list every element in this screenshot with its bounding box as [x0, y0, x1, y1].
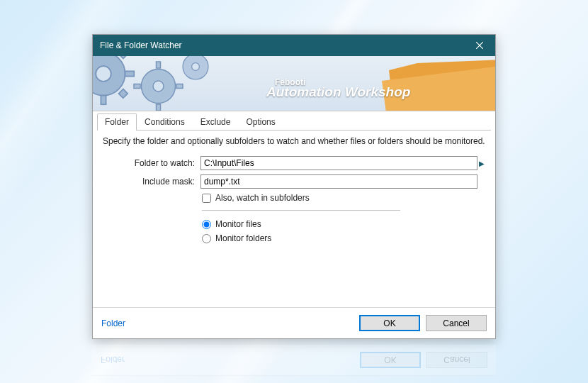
help-link[interactable]: Folder [101, 318, 125, 328]
row-monitor-folders: Monitor folders [202, 233, 485, 243]
tab-exclude[interactable]: Exclude [193, 113, 239, 131]
tab-options[interactable]: Options [238, 113, 283, 131]
separator [202, 210, 400, 211]
monitor-files-radio[interactable] [202, 220, 211, 229]
browse-button[interactable]: ▶ [478, 156, 485, 170]
banner: Febooti Automation Workshop [93, 56, 495, 111]
row-mask: Include mask: [103, 174, 485, 189]
close-button[interactable] [464, 35, 495, 56]
tab-conditions[interactable]: Conditions [137, 113, 193, 131]
svg-rect-4 [101, 96, 106, 105]
tab-folder[interactable]: Folder [97, 113, 137, 131]
svg-rect-16 [176, 84, 183, 89]
row-subfolders: Also, watch in subfolders [202, 193, 485, 203]
monitor-folders-radio[interactable] [202, 234, 211, 243]
footer-bar: Folder OK Cancel [93, 307, 495, 338]
svg-point-11 [96, 66, 111, 82]
row-folder: Folder to watch: ▶ [103, 156, 485, 170]
cancel-button[interactable]: Cancel [426, 315, 487, 331]
gear-icon [93, 56, 135, 106]
mask-label: Include mask: [103, 177, 200, 187]
folder-input[interactable] [200, 156, 477, 170]
svg-rect-10 [119, 89, 128, 99]
arrow-right-icon: ▶ [479, 160, 485, 167]
svg-point-17 [153, 81, 164, 91]
reflection: Folder OK Cancel [92, 340, 496, 376]
subfolders-checkbox[interactable] [202, 194, 211, 203]
svg-rect-15 [134, 84, 140, 89]
ok-button[interactable]: OK [359, 315, 420, 331]
banner-text: Febooti Automation Workshop [266, 77, 410, 100]
monitor-folders-label: Monitor folders [215, 233, 271, 243]
row-monitor-files: Monitor files [202, 219, 485, 229]
monitor-files-label: Monitor files [215, 219, 261, 229]
product-label: Automation Workshop [266, 84, 410, 100]
svg-rect-14 [157, 104, 161, 111]
window-title: File & Folder Watcher [100, 40, 464, 50]
tabstrip: Folder Conditions Exclude Options [93, 111, 495, 130]
dialog-window: File & Folder Watcher [92, 34, 496, 339]
close-icon [476, 42, 483, 49]
subfolders-label: Also, watch in subfolders [215, 193, 310, 203]
svg-point-19 [192, 63, 200, 71]
tab-panel-folder: Specify the folder and optionally subfol… [97, 130, 491, 307]
panel-description: Specify the folder and optionally subfol… [103, 136, 485, 146]
titlebar: File & Folder Watcher [93, 35, 495, 56]
svg-rect-8 [119, 56, 128, 58]
folder-label: Folder to watch: [103, 158, 200, 168]
svg-rect-13 [157, 62, 161, 68]
mask-input[interactable] [200, 174, 477, 189]
svg-rect-6 [125, 71, 135, 76]
